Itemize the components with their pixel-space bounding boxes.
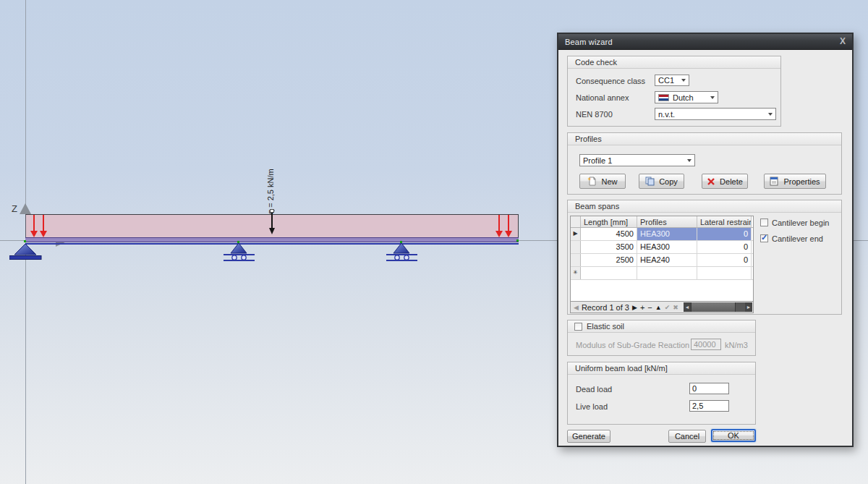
live-load-label: Live load bbox=[576, 402, 608, 411]
profile-select-value: Profile 1 bbox=[583, 156, 612, 165]
nav-append-icon[interactable]: + bbox=[640, 303, 644, 312]
cell-profile[interactable]: HEA300 bbox=[637, 241, 697, 253]
column-header-length[interactable]: Length [mm] bbox=[581, 216, 637, 227]
nav-next-icon[interactable]: ▶ bbox=[632, 304, 637, 311]
generate-button[interactable]: Generate bbox=[567, 430, 610, 443]
modulus-input[interactable] bbox=[691, 339, 721, 350]
dialog-titlebar[interactable]: Beam wizard X bbox=[558, 34, 852, 50]
beam-wizard-dialog: Beam wizard X Code check Consequence cla… bbox=[557, 33, 854, 447]
z-axis-label: Z bbox=[12, 203, 17, 214]
copy-button-label: Copy bbox=[659, 177, 678, 186]
table-row[interactable]: 2500 HEA240 0 bbox=[571, 254, 753, 267]
group-code-check: Code check Consequence class CC1 Nationa… bbox=[567, 56, 781, 127]
national-annex-select[interactable]: Dutch bbox=[655, 91, 718, 103]
nen8700-select[interactable]: n.v.t. bbox=[655, 108, 776, 120]
properties-button[interactable]: Properties bbox=[764, 174, 826, 189]
group-beam-spans: Beam spans Length [mm] Profiles Lateral … bbox=[567, 200, 842, 315]
cell-profile-empty[interactable] bbox=[637, 267, 697, 279]
national-annex-value: Dutch bbox=[673, 93, 694, 102]
nav-edit-icon[interactable]: ▲ bbox=[655, 304, 662, 311]
support-pinned[interactable] bbox=[9, 244, 42, 262]
scroll-right-icon[interactable]: ► bbox=[745, 302, 752, 312]
nav-delete-icon[interactable]: − bbox=[647, 303, 652, 312]
chevron-down-icon bbox=[710, 96, 715, 99]
support-roller-2[interactable] bbox=[385, 243, 419, 262]
cell-length-empty[interactable] bbox=[581, 267, 637, 279]
cantilever-begin-checkbox[interactable] bbox=[760, 218, 768, 226]
cell-lateral-empty[interactable] bbox=[697, 267, 752, 279]
chevron-down-icon bbox=[687, 159, 692, 162]
node-marker bbox=[516, 239, 519, 242]
cantilever-end-checkbox[interactable]: ✓ bbox=[760, 234, 768, 242]
scroll-left-icon[interactable]: ◄ bbox=[684, 302, 691, 312]
column-header-lateral[interactable]: Lateral restraints bbox=[697, 216, 752, 227]
properties-button-label: Properties bbox=[783, 177, 820, 186]
load-arrow[interactable] bbox=[30, 215, 38, 238]
copy-icon bbox=[645, 177, 655, 186]
consequence-class-label: Consequence class bbox=[576, 77, 645, 85]
profile-select[interactable]: Profile 1 bbox=[579, 154, 695, 166]
svg-text:✶: ✶ bbox=[587, 177, 592, 182]
row-indicator bbox=[571, 241, 581, 253]
cell-profile[interactable]: HEA300 bbox=[637, 228, 697, 240]
cancel-button[interactable]: Cancel bbox=[668, 430, 706, 443]
table-row[interactable]: ▶ 4500 HEA300 0 bbox=[571, 228, 753, 241]
new-button-label: New bbox=[601, 177, 617, 186]
nav-endedit-icon[interactable]: ✔ bbox=[665, 304, 671, 311]
cell-lateral[interactable]: 0 bbox=[697, 241, 752, 253]
cell-length[interactable]: 4500 bbox=[581, 228, 637, 240]
delete-x-icon bbox=[707, 177, 715, 186]
consequence-class-select[interactable]: CC1 bbox=[655, 75, 689, 86]
table-header-row: Length [mm] Profiles Lateral restraints bbox=[571, 216, 753, 228]
load-arrow[interactable] bbox=[495, 215, 503, 238]
delete-button-label: Delete bbox=[720, 177, 743, 186]
cell-lateral[interactable]: 0 bbox=[697, 254, 752, 266]
cell-profile[interactable]: HEA240 bbox=[637, 254, 697, 266]
table-new-row[interactable]: ✳ bbox=[571, 267, 753, 280]
copy-button[interactable]: Copy bbox=[639, 174, 684, 189]
group-code-check-title: Code check bbox=[568, 56, 780, 69]
group-profiles-title: Profiles bbox=[568, 133, 841, 145]
horizontal-scrollbar[interactable]: ◄ ► bbox=[684, 302, 752, 312]
close-icon[interactable]: X bbox=[840, 36, 846, 46]
dutch-flag-icon bbox=[658, 94, 669, 101]
ok-button[interactable]: OK bbox=[711, 429, 756, 442]
beam-body[interactable] bbox=[25, 237, 519, 242]
live-load-input[interactable] bbox=[689, 400, 729, 412]
dead-load-label: Dead load bbox=[576, 385, 612, 394]
nav-prev-icon[interactable]: ◀ bbox=[574, 304, 579, 311]
national-annex-label: National annex bbox=[576, 93, 629, 102]
record-navigator: ◀ Record 1 of 3 ▶ + − ▲ ✔ ✖ ◄ ► bbox=[570, 302, 754, 313]
ok-button-label: OK bbox=[728, 431, 739, 440]
node-marker bbox=[24, 240, 26, 242]
modulus-unit: kN/m3 bbox=[725, 341, 748, 349]
cell-length[interactable]: 3500 bbox=[581, 241, 637, 253]
delete-button[interactable]: Delete bbox=[702, 174, 748, 189]
load-annotation-arrow bbox=[271, 213, 273, 229]
cell-lateral[interactable]: 0 bbox=[697, 228, 752, 240]
load-arrow[interactable] bbox=[40, 215, 47, 238]
z-axis-arrow-icon bbox=[20, 203, 31, 214]
distributed-load-label: q = 2,5 kN/m bbox=[266, 172, 277, 214]
dead-load-input[interactable] bbox=[689, 383, 729, 394]
cantilever-end-label: Cantilever end bbox=[772, 234, 823, 243]
group-uniform-load: Uniform beam load [kN/m] Dead load Live … bbox=[567, 362, 756, 425]
nav-cancel-icon[interactable]: ✖ bbox=[673, 304, 678, 311]
group-beam-spans-title: Beam spans bbox=[568, 200, 841, 213]
new-row-asterisk-icon: ✳ bbox=[571, 267, 581, 279]
support-roller-1[interactable] bbox=[222, 243, 256, 262]
group-elastic-soil-title: Elastic soil bbox=[568, 320, 755, 333]
node-marker bbox=[237, 241, 239, 243]
scroll-thumb[interactable] bbox=[691, 302, 736, 312]
chevron-down-icon bbox=[681, 79, 686, 82]
elastic-soil-checkbox[interactable] bbox=[574, 323, 582, 331]
new-button[interactable]: ✶ New bbox=[579, 174, 626, 189]
load-arrow[interactable] bbox=[505, 215, 512, 238]
properties-icon bbox=[770, 177, 779, 186]
table-row[interactable]: 3500 HEA300 0 bbox=[571, 241, 753, 254]
column-header-profiles[interactable]: Profiles bbox=[637, 216, 697, 227]
group-elastic-soil: Elastic soil Modulus of Sub-Grade Reacti… bbox=[567, 320, 756, 356]
nen8700-value: n.v.t. bbox=[658, 110, 675, 119]
cell-length[interactable]: 2500 bbox=[581, 254, 637, 266]
row-indicator bbox=[571, 254, 581, 266]
